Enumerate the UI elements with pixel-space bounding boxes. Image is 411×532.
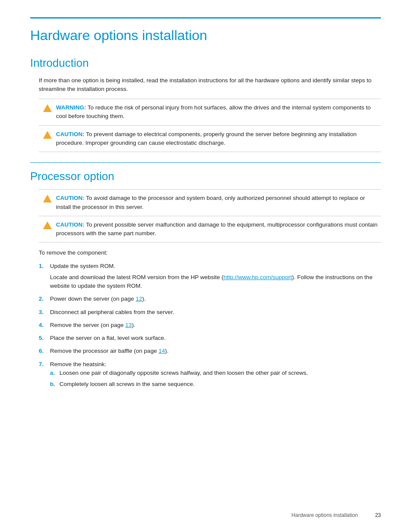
page-title: Hardware options installation xyxy=(30,27,381,44)
step-6-text: Remove the processor air baffle (on page xyxy=(50,348,159,354)
caution-notice-1: CAUTION: To prevent damage to electrical… xyxy=(39,126,381,152)
page-13-link[interactable]: 13 xyxy=(125,322,132,328)
step-7a: a. Loosen one pair of diagonally opposit… xyxy=(50,369,381,377)
footer-label: Hardware options installation xyxy=(292,511,358,519)
step-7-text: Remove the heatsink: xyxy=(50,361,106,367)
step-6-text2: ). xyxy=(165,348,168,354)
step-5-content: Place the server on a flat, level work s… xyxy=(50,334,381,342)
caution-icon-2 xyxy=(39,194,56,202)
warning-content: WARNING: To reduce the risk of personal … xyxy=(56,103,381,121)
step-7a-text: Loosen one pair of diagonally opposite s… xyxy=(59,369,308,377)
triangle-icon-caution-3 xyxy=(43,221,52,229)
step-3-text: Disconnect all peripheral cables from th… xyxy=(50,309,174,315)
step-1-sub-text: Locate and download the latest ROM versi… xyxy=(50,274,224,280)
page-12-link[interactable]: 12 xyxy=(136,296,142,302)
triangle-icon-caution-2 xyxy=(43,195,52,202)
footer-page-num: 23 xyxy=(375,511,381,519)
top-rule xyxy=(30,17,381,19)
caution-label-1: CAUTION: xyxy=(56,131,84,137)
page-container: Hardware options installation Introducti… xyxy=(0,0,411,421)
step-3-content: Disconnect all peripheral cables from th… xyxy=(50,308,381,317)
step-7-content: Remove the heatsink: a. Loosen one pair … xyxy=(50,360,381,392)
caution-notice-3: CAUTION: To prevent possible server malf… xyxy=(39,216,381,243)
step-1: 1. Update the system ROM. Locate and dow… xyxy=(39,262,381,291)
step-7b-text: Completely loosen all screws in the same… xyxy=(59,380,195,389)
step-4-content: Remove the server (on page 13). xyxy=(50,321,381,330)
step-7a-letter: a. xyxy=(50,369,59,377)
step-1-text: Update the system ROM. xyxy=(50,263,115,269)
steps-list: 1. Update the system ROM. Locate and dow… xyxy=(39,262,381,392)
step-3: 3. Disconnect all peripheral cables from… xyxy=(39,308,381,317)
caution-content-3: CAUTION: To prevent possible server malf… xyxy=(56,221,381,238)
step-4-num: 4. xyxy=(39,321,50,330)
hp-support-link[interactable]: http://www.hp.com/support xyxy=(224,274,292,280)
step-7: 7. Remove the heatsink: a. Loosen one pa… xyxy=(39,360,381,392)
step-6-num: 6. xyxy=(39,347,50,355)
step-7-num: 7. xyxy=(39,360,50,369)
step-2-content: Power down the server (on page 12). xyxy=(50,295,381,303)
caution-notice-2: CAUTION: To avoid damage to the processo… xyxy=(39,189,381,216)
step-1-sub: Locate and download the latest ROM versi… xyxy=(50,273,381,291)
warning-label: WARNING: xyxy=(56,104,86,111)
processor-notices: CAUTION: To avoid damage to the processo… xyxy=(39,189,381,243)
processor-option-heading: Processor option xyxy=(30,170,381,183)
introduction-notices: WARNING: To reduce the risk of personal … xyxy=(39,99,381,152)
page-footer: Hardware options installation 23 xyxy=(292,511,381,519)
caution-content-2: CAUTION: To avoid damage to the processo… xyxy=(56,194,381,212)
caution-text-3: To prevent possible server malfunction a… xyxy=(56,221,377,236)
step-5-text: Place the server on a flat, level work s… xyxy=(50,335,166,341)
triangle-icon-warning xyxy=(43,104,52,112)
step-2: 2. Power down the server (on page 12). xyxy=(39,295,381,303)
step-7b: b. Completely loosen all screws in the s… xyxy=(50,380,381,389)
step-4: 4. Remove the server (on page 13). xyxy=(39,321,381,330)
step-7-sublist: a. Loosen one pair of diagonally opposit… xyxy=(50,369,381,389)
steps-intro: To remove the component: xyxy=(39,249,381,257)
step-4-text2: ). xyxy=(132,322,135,328)
caution-label-2: CAUTION: xyxy=(56,195,84,201)
step-7b-letter: b. xyxy=(50,380,59,389)
warning-text: To reduce the risk of personal injury fr… xyxy=(56,104,371,119)
step-2-text: Power down the server (on page xyxy=(50,296,136,302)
caution-icon-1 xyxy=(39,130,56,139)
caution-content-1: CAUTION: To prevent damage to electrical… xyxy=(56,130,381,148)
triangle-icon-caution-1 xyxy=(43,131,52,139)
step-3-num: 3. xyxy=(39,308,50,317)
section-divider xyxy=(30,162,381,163)
page-14-link[interactable]: 14 xyxy=(159,348,165,354)
step-2-text2: ). xyxy=(142,296,146,302)
step-5: 5. Place the server on a flat, level wor… xyxy=(39,334,381,342)
step-5-num: 5. xyxy=(39,334,50,342)
caution-label-3: CAUTION: xyxy=(56,221,84,228)
warning-icon xyxy=(39,103,56,112)
introduction-body: If more than one option is being install… xyxy=(39,76,381,94)
step-4-text: Remove the server (on page xyxy=(50,322,125,328)
step-1-content: Update the system ROM. Locate and downlo… xyxy=(50,262,381,291)
caution-text-2: To avoid damage to the processor and sys… xyxy=(56,195,365,210)
step-6-content: Remove the processor air baffle (on page… xyxy=(50,347,381,355)
caution-text-1: To prevent damage to electrical componen… xyxy=(56,131,357,146)
step-2-num: 2. xyxy=(39,295,50,303)
step-6: 6. Remove the processor air baffle (on p… xyxy=(39,347,381,355)
introduction-heading: Introduction xyxy=(30,56,381,70)
step-1-num: 1. xyxy=(39,262,50,271)
warning-notice: WARNING: To reduce the risk of personal … xyxy=(39,99,381,126)
caution-icon-3 xyxy=(39,221,56,229)
